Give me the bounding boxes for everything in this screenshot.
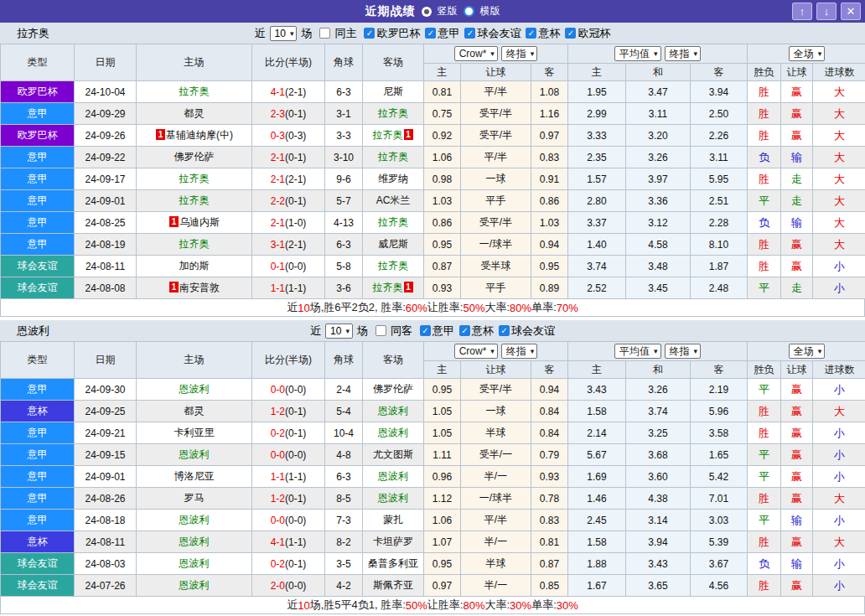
league-checkbox-label[interactable]: 意杯 bbox=[472, 324, 494, 339]
home-team-cell: 恩波利 bbox=[137, 379, 252, 401]
handicap-line: 受半球 bbox=[461, 256, 531, 277]
corner-cell: 7-3 bbox=[325, 510, 363, 531]
same-venue-checkbox[interactable] bbox=[319, 28, 330, 39]
header-select[interactable]: 平均值▾ bbox=[614, 46, 661, 61]
league-checkbox[interactable]: ✓ bbox=[364, 28, 375, 39]
league-checkbox-label[interactable]: 意甲 bbox=[432, 324, 454, 339]
handicap-odds-away: 0.94 bbox=[531, 234, 568, 256]
league-checkbox[interactable]: ✓ bbox=[565, 28, 576, 39]
away-team-name: 恩波利 bbox=[378, 470, 408, 482]
column-header: 和 bbox=[626, 361, 691, 379]
summary-text: 10 bbox=[298, 302, 309, 314]
league-checkbox[interactable]: ✓ bbox=[420, 325, 431, 336]
result-handicap: 输 bbox=[781, 212, 813, 234]
date-cell: 24-08-03 bbox=[75, 553, 137, 575]
league-checkbox[interactable]: ✓ bbox=[526, 28, 536, 39]
header-select[interactable]: 全场▾ bbox=[789, 46, 826, 61]
same-venue-label[interactable]: 同主 bbox=[334, 26, 356, 41]
match-row: 意甲24-09-17拉齐奥2-1(2-1)9-6维罗纳0.98一球0.911.5… bbox=[1, 168, 865, 190]
header-select[interactable]: 终指▾ bbox=[501, 344, 538, 359]
result-goals: 小 bbox=[813, 553, 865, 575]
handicap-line: 半/一 bbox=[461, 575, 531, 597]
league-checkbox-label[interactable]: 欧罗巴杯 bbox=[376, 26, 420, 41]
half-time-score: (0-1) bbox=[285, 427, 306, 439]
corner-cell: 5-7 bbox=[325, 190, 363, 212]
chevron-down-icon: ▾ bbox=[490, 49, 495, 58]
summary-text: 单率: bbox=[531, 300, 557, 315]
home-team-name: 恩波利 bbox=[179, 579, 210, 591]
match-type-cell: 欧罗巴杯 bbox=[1, 125, 75, 147]
away-team-name: 尤文图斯 bbox=[373, 448, 413, 460]
half-time-score: (0-0) bbox=[285, 449, 306, 461]
league-checkbox-label[interactable]: 球会友谊 bbox=[511, 324, 555, 339]
full-time-score: 0-2 bbox=[271, 558, 285, 570]
match-type-cell: 意甲 bbox=[1, 379, 75, 401]
handicap-line: 受平/半 bbox=[461, 212, 531, 234]
arrow-down-icon[interactable]: ↓ bbox=[816, 3, 837, 20]
horizontal-layout-radio[interactable] bbox=[464, 6, 474, 17]
first-leg-badge: 1 bbox=[156, 129, 165, 140]
away-team-cell: 拉齐奥 bbox=[363, 103, 424, 125]
header-select[interactable]: 全场▾ bbox=[789, 344, 826, 359]
league-checkbox-label[interactable]: 意杯 bbox=[538, 26, 560, 41]
home-team-name: 恩波利 bbox=[179, 514, 210, 525]
column-header: 胜负 bbox=[748, 64, 781, 81]
horizontal-layout-label[interactable]: 横版 bbox=[480, 4, 500, 18]
header-select[interactable]: Crow*▾ bbox=[454, 344, 498, 359]
home-team-cell: 都灵 bbox=[137, 103, 252, 125]
league-checkbox[interactable]: ✓ bbox=[459, 325, 470, 336]
result-handicap: 赢 bbox=[781, 256, 813, 277]
header-select[interactable]: 终指▾ bbox=[665, 344, 702, 359]
result-goals: 大 bbox=[813, 190, 865, 212]
summary-text: 让胜率: bbox=[427, 598, 464, 613]
summary-text: 近 bbox=[287, 300, 298, 315]
handicap-odds-away: 0.84 bbox=[531, 401, 568, 422]
result-outcome: 平 bbox=[748, 190, 781, 212]
league-checkbox-label[interactable]: 球会友谊 bbox=[477, 26, 521, 41]
avg-odds-away: 2.50 bbox=[691, 103, 748, 125]
vertical-layout-radio[interactable] bbox=[422, 7, 432, 17]
date-cell: 24-08-11 bbox=[75, 256, 137, 277]
filter-controls: 近 10▾ 场 同客 ✓意甲✓意杯✓球会友谊 bbox=[310, 324, 555, 339]
score-cell: 0-0(0-0) bbox=[252, 379, 325, 401]
avg-odds-draw: 3.26 bbox=[626, 147, 691, 168]
avg-odds-draw: 3.97 bbox=[626, 168, 691, 190]
league-checkbox[interactable]: ✓ bbox=[499, 325, 510, 336]
match-type-cell: 欧罗巴杯 bbox=[1, 81, 75, 103]
full-time-score: 2-1 bbox=[271, 173, 285, 185]
recent-count-select[interactable]: 10▾ bbox=[325, 324, 353, 339]
close-icon[interactable]: ✕ bbox=[841, 3, 861, 20]
result-goals: 小 bbox=[813, 575, 865, 597]
league-checkbox-label[interactable]: 欧冠杯 bbox=[578, 26, 610, 41]
same-venue-checkbox[interactable] bbox=[376, 325, 386, 336]
handicap-odds-away: 1.03 bbox=[531, 212, 568, 234]
handicap-odds-away: 1.08 bbox=[531, 81, 568, 103]
match-row: 球会友谊24-08-03恩波利0-2(0-1)3-5桑普多利亚0.95半球0.8… bbox=[1, 553, 865, 575]
record-summary: 近10场,胜5平4负1, 胜率:50% 让胜率:80% 大率:30% 单率:30… bbox=[0, 597, 865, 614]
header-select[interactable]: 终指▾ bbox=[665, 46, 702, 61]
header-select[interactable]: 终指▾ bbox=[501, 46, 538, 61]
summary-text: 大率: bbox=[484, 300, 510, 315]
half-time-score: (0-1) bbox=[285, 406, 306, 417]
match-row: 球会友谊24-08-081南安普敦1-1(1-1)3-6拉齐奥10.93平手0.… bbox=[1, 277, 865, 299]
result-handicap: 输 bbox=[781, 553, 813, 575]
vertical-layout-label[interactable]: 竖版 bbox=[438, 4, 458, 18]
league-checkbox-label[interactable]: 意甲 bbox=[438, 26, 459, 41]
recent-count-select[interactable]: 10▾ bbox=[270, 26, 298, 41]
games-label: 场 bbox=[301, 26, 312, 41]
summary-text: 单率: bbox=[531, 598, 557, 613]
league-checkbox[interactable]: ✓ bbox=[464, 28, 475, 39]
arrow-up-icon[interactable]: ↑ bbox=[792, 3, 812, 20]
match-row: 意甲24-08-26罗马1-2(0-1)8-5恩波利1.12一/球半0.781.… bbox=[1, 488, 865, 510]
result-handicap: 赢 bbox=[781, 444, 813, 466]
same-venue-label[interactable]: 同客 bbox=[391, 324, 412, 339]
full-time-score: 2-1 bbox=[271, 217, 285, 229]
avg-odds-draw: 4.58 bbox=[626, 234, 691, 256]
half-time-score: (0-1) bbox=[285, 108, 306, 120]
match-type-cell: 意甲 bbox=[1, 147, 75, 168]
full-time-score: 0-2 bbox=[271, 427, 285, 439]
handicap-line: 平/半 bbox=[461, 147, 531, 168]
league-checkbox[interactable]: ✓ bbox=[425, 28, 436, 39]
header-select[interactable]: 平均值▾ bbox=[614, 344, 661, 359]
header-select[interactable]: Crow*▾ bbox=[454, 46, 498, 61]
